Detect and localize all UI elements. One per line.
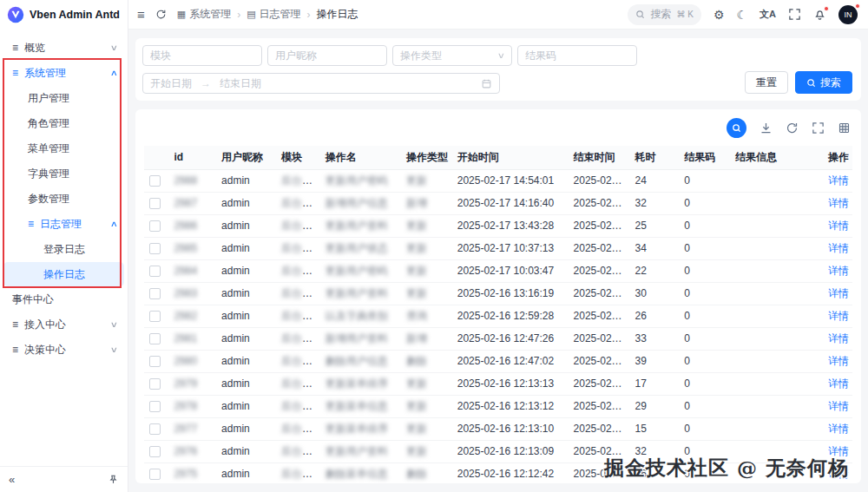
sidebar-item-login-log[interactable]: 登录日志 (3, 237, 124, 261)
sidebar-item-label: 用户管理 (28, 91, 117, 106)
action-cell: 详情 (802, 214, 852, 237)
row-checkbox[interactable] (149, 378, 161, 390)
sidebar-item-dict-management[interactable]: 字典管理 (3, 161, 124, 186)
row-checkbox[interactable] (149, 333, 161, 344)
row-checkbox[interactable] (149, 266, 161, 277)
hamburger-menu-icon[interactable]: ≡ (137, 7, 145, 22)
cell-msg (730, 327, 802, 350)
cell-type: 更新 (401, 440, 452, 462)
sidebar-item-access-center[interactable]: ≡接入中心∨ (3, 312, 124, 337)
breadcrumb-separator: › (307, 9, 311, 21)
detail-link[interactable]: 详情 (828, 220, 849, 232)
cell-end: 2025-02-17... (569, 214, 630, 237)
cell-dur-value: 26 (635, 310, 646, 322)
detail-link[interactable]: 详情 (828, 423, 849, 435)
cell-code: 0 (679, 327, 730, 350)
action-cell: 详情 (802, 440, 852, 462)
breadcrumb-item-system[interactable]: ▦ 系统管理 (177, 7, 231, 22)
row-checkbox[interactable] (149, 356, 161, 367)
sidebar-item-user-management[interactable]: 用户管理 (3, 86, 124, 110)
table-row: 2981admin后台-用户新增用户资料新增2025-02-16 12:47:2… (144, 327, 852, 350)
column-settings-icon[interactable] (838, 121, 851, 134)
reset-button[interactable]: 重置 (745, 71, 788, 94)
sidebar-item-event-center[interactable]: 事件中心 (3, 287, 124, 312)
cell-type-value: 更新 (406, 377, 427, 390)
cell-start-value: 2025-02-16 12:47:26 (457, 332, 554, 344)
detail-link[interactable]: 详情 (828, 400, 849, 412)
cell-dur-value: 39 (635, 355, 646, 367)
row-checkbox[interactable] (149, 198, 161, 209)
export-download-icon[interactable] (760, 121, 773, 134)
sidebar-item-overview[interactable]: ≡概览∨ (3, 36, 124, 60)
table-search-icon[interactable] (727, 118, 746, 138)
sidebar-item-param-management[interactable]: 参数管理 (3, 187, 124, 211)
refresh-icon[interactable] (155, 9, 167, 20)
cell-nick: admin (216, 395, 276, 417)
detail-link[interactable]: 详情 (828, 242, 849, 254)
row-checkbox[interactable] (149, 423, 161, 435)
sidebar-item-operation-log[interactable]: 操作日志 (3, 262, 124, 286)
detail-link[interactable]: 详情 (828, 468, 849, 480)
table-refresh-icon[interactable] (786, 121, 799, 134)
cell-start-value: 2025-02-17 14:16:40 (457, 197, 554, 209)
table-fullscreen-icon[interactable] (812, 121, 825, 134)
fullscreen-icon[interactable] (788, 8, 801, 21)
date-range-picker[interactable]: 开始日期 → 结束日期 (142, 73, 500, 94)
result-code-input[interactable] (517, 45, 637, 66)
cell-mod: 后台-用户 (276, 282, 320, 305)
chevron-down-icon: ∨ (497, 51, 505, 60)
sidebar-item-log-management[interactable]: ≡日志管理∧ (3, 212, 124, 236)
row-checkbox[interactable] (149, 220, 161, 232)
cell-mod: 后台-用户 (276, 440, 320, 462)
breadcrumb-item-log[interactable]: ▤ 日志管理 (247, 7, 300, 22)
cell-nick: admin (216, 350, 276, 372)
row-checkbox[interactable] (149, 446, 161, 457)
detail-link[interactable]: 详情 (828, 287, 849, 299)
sidebar-pin-icon[interactable] (108, 474, 119, 485)
logo[interactable]: Vben Admin Antd (0, 0, 128, 30)
row-checkbox[interactable] (149, 401, 161, 412)
row-checkbox[interactable] (149, 311, 161, 322)
nickname-input[interactable] (267, 45, 387, 66)
detail-link[interactable]: 详情 (828, 197, 849, 209)
search-button[interactable]: 搜索 (795, 71, 852, 94)
detail-link[interactable]: 详情 (828, 355, 849, 367)
cell-nick: admin (216, 462, 276, 483)
detail-link[interactable]: 详情 (828, 377, 849, 390)
sidebar-collapse-icon[interactable]: « (9, 473, 15, 486)
select-cell (144, 282, 168, 305)
detail-link[interactable]: 详情 (828, 265, 849, 277)
action-cell: 详情 (802, 327, 852, 350)
sidebar-item-role-management[interactable]: 角色管理 (3, 111, 124, 135)
detail-link[interactable]: 详情 (828, 332, 849, 344)
sidebar-item-menu-management[interactable]: 菜单管理 (3, 136, 124, 161)
detail-link[interactable]: 详情 (828, 310, 849, 322)
cell-msg (730, 305, 802, 327)
sidebar-item-system-management[interactable]: ≡系统管理∧ (3, 61, 124, 85)
settings-gear-icon[interactable]: ⚙ (713, 8, 725, 22)
cell-mod-value: 后台-用户 (281, 355, 320, 367)
cell-end: 2025-02-16... (569, 462, 630, 483)
dark-mode-moon-icon[interactable]: ☾ (736, 8, 747, 22)
detail-link[interactable]: 详情 (828, 174, 849, 187)
cell-end-value: 2025-02-17... (574, 197, 630, 209)
cell-op-value: 新增用户资料 (326, 332, 388, 344)
cell-end-value: 2025-02-17... (574, 220, 630, 232)
module-input[interactable] (142, 45, 262, 66)
cell-mod-value: 后台-用户 (281, 265, 320, 277)
sidebar-item-decision-center[interactable]: ≡决策中心∨ (3, 338, 124, 362)
row-checkbox[interactable] (149, 243, 161, 254)
detail-link[interactable]: 详情 (828, 445, 849, 457)
cell-end-value: 2025-02-16... (574, 332, 630, 344)
row-checkbox[interactable] (149, 288, 161, 299)
language-translate-icon[interactable]: 文A (760, 8, 776, 21)
user-avatar[interactable]: IN (838, 5, 858, 24)
cell-start-value: 2025-02-17 10:37:13 (457, 242, 554, 254)
operation-type-select[interactable]: 操作类型 ∨ (392, 45, 512, 66)
notification-bell-icon[interactable] (813, 8, 826, 21)
row-checkbox[interactable] (149, 469, 161, 480)
global-search-button[interactable]: 搜索 ⌘ K (628, 4, 700, 25)
cell-id: 2975 (168, 462, 216, 483)
cell-code: 0 (679, 305, 730, 327)
row-checkbox[interactable] (149, 175, 161, 187)
